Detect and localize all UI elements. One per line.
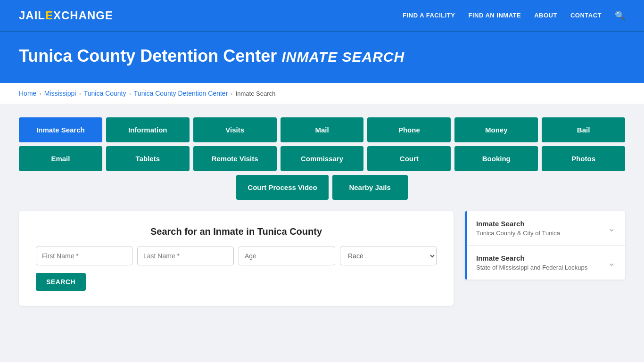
logo-text-change: XCHANGE	[53, 9, 113, 22]
tab-information[interactable]: Information	[106, 117, 190, 142]
tabs-row-3: Court Process Video Nearby Jails	[19, 175, 625, 200]
hero-section: Tunica County Detention Center INMATE SE…	[0, 32, 644, 83]
breadcrumb-bar: Home › Mississippi › Tunica County › Tun…	[0, 83, 644, 104]
sidebar-item-mississippi-federal[interactable]: Inmate Search State of Mississippi and F…	[467, 246, 625, 280]
sidebar-item-content-1: Inmate Search Tunica County & City of Tu…	[476, 220, 560, 237]
nav-about[interactable]: ABOUT	[534, 12, 557, 19]
main-nav: FIND A FACILITY FIND AN INMATE ABOUT CON…	[403, 10, 625, 21]
sidebar-item-content-2: Inmate Search State of Mississippi and F…	[476, 254, 587, 271]
site-logo[interactable]: JAILEXCHANGE	[19, 9, 113, 22]
main-content: Inmate Search Information Visits Mail Ph…	[0, 104, 644, 319]
search-title: Search for an Inmate in Tunica County	[36, 226, 437, 237]
breadcrumb-sep-3: ›	[129, 90, 131, 97]
breadcrumb-mississippi[interactable]: Mississippi	[44, 90, 76, 97]
sidebar: Inmate Search Tunica County & City of Tu…	[465, 211, 625, 280]
breadcrumb-sep-4: ›	[231, 90, 232, 97]
tab-tablets[interactable]: Tablets	[106, 146, 190, 171]
tab-visits[interactable]: Visits	[193, 117, 277, 142]
age-input[interactable]	[239, 247, 335, 265]
breadcrumb-home[interactable]: Home	[19, 90, 36, 97]
nav-contact[interactable]: CONTACT	[570, 12, 602, 19]
tab-mail[interactable]: Mail	[281, 117, 364, 142]
tab-commissary[interactable]: Commissary	[281, 146, 364, 171]
chevron-down-icon-2: ⌄	[608, 257, 616, 268]
tab-inmate-search[interactable]: Inmate Search	[19, 117, 102, 142]
tab-phone[interactable]: Phone	[367, 117, 451, 142]
tabs-container: Inmate Search Information Visits Mail Ph…	[19, 117, 625, 200]
tab-money[interactable]: Money	[454, 117, 538, 142]
page-title: Tunica County Detention Center INMATE SE…	[19, 46, 625, 66]
tab-email[interactable]: Email	[19, 146, 102, 171]
tab-booking[interactable]: Booking	[454, 146, 538, 171]
logo-x: E	[45, 9, 53, 22]
search-card: Search for an Inmate in Tunica County Ra…	[19, 211, 454, 306]
logo-text-jail: JAIL	[19, 9, 45, 22]
breadcrumb: Home › Mississippi › Tunica County › Tun…	[19, 90, 625, 97]
tab-nearby-jails[interactable]: Nearby Jails	[332, 175, 408, 200]
tab-court[interactable]: Court	[367, 146, 451, 171]
search-inputs: Race White Black Hispanic Asian Other	[36, 247, 437, 265]
sidebar-item-title-1: Inmate Search	[476, 220, 560, 228]
last-name-input[interactable]	[137, 247, 234, 265]
tab-bail[interactable]: Bail	[542, 117, 625, 142]
sidebar-item-subtitle-1: Tunica County & City of Tunica	[476, 230, 560, 237]
breadcrumb-current: Inmate Search	[236, 90, 276, 97]
breadcrumb-tunica-county[interactable]: Tunica County	[84, 90, 126, 97]
breadcrumb-sep-1: ›	[39, 90, 41, 97]
tab-court-process-video[interactable]: Court Process Video	[236, 175, 328, 200]
search-icon[interactable]: 🔍	[615, 10, 625, 21]
sidebar-item-title-2: Inmate Search	[476, 254, 587, 262]
tabs-row-2: Email Tablets Remote Visits Commissary C…	[19, 146, 625, 171]
site-header: JAILEXCHANGE FIND A FACILITY FIND AN INM…	[0, 0, 644, 31]
tab-photos[interactable]: Photos	[542, 146, 625, 171]
nav-find-facility[interactable]: FIND A FACILITY	[403, 12, 455, 19]
lower-section: Search for an Inmate in Tunica County Ra…	[19, 211, 625, 306]
tabs-row-1: Inmate Search Information Visits Mail Ph…	[19, 117, 625, 142]
nav-find-inmate[interactable]: FIND AN INMATE	[468, 12, 521, 19]
sidebar-item-subtitle-2: State of Mississippi and Federal Lockups	[476, 264, 587, 271]
breadcrumb-sep-2: ›	[79, 90, 81, 97]
chevron-down-icon-1: ⌄	[608, 222, 616, 234]
breadcrumb-detention-center[interactable]: Tunica County Detention Center	[134, 90, 228, 97]
first-name-input[interactable]	[36, 247, 132, 265]
tab-remote-visits[interactable]: Remote Visits	[193, 146, 277, 171]
sidebar-item-tunica-county[interactable]: Inmate Search Tunica County & City of Tu…	[467, 211, 625, 246]
race-select[interactable]: Race White Black Hispanic Asian Other	[340, 247, 437, 265]
search-button[interactable]: SEARCH	[36, 273, 86, 291]
